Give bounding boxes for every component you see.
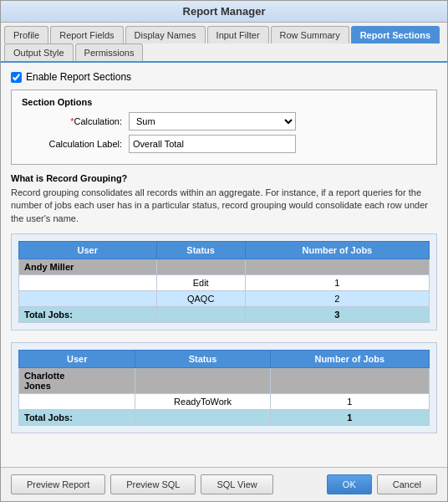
main-content: Enable Report Sections Section Options *… — [1, 63, 447, 467]
cell-jobs: 1 — [270, 394, 429, 410]
cell-status: Edit — [156, 275, 245, 291]
cell-total-label: Total Jobs: — [19, 307, 157, 323]
cell-jobs: 1 — [245, 275, 429, 291]
table-row: ReadyToWork 1 — [19, 394, 430, 410]
table2-container: User Status Number of Jobs CharlotteJone… — [11, 342, 437, 433]
cell-jobs — [245, 259, 429, 275]
table-row: Andy Miller — [19, 259, 430, 275]
footer-right-buttons: OK Cancel — [327, 474, 437, 494]
cell-status: QAQC — [156, 291, 245, 307]
title-bar: Report Manager — [1, 1, 447, 23]
tab-row-summary[interactable]: Row Summary — [271, 26, 349, 44]
calc-label-row: Calculation Label: — [22, 135, 426, 153]
cell-user — [19, 394, 135, 410]
cell-total-jobs: 1 — [270, 410, 429, 426]
footer: Preview Report Preview SQL SQL View OK C… — [1, 467, 447, 501]
footer-left-buttons: Preview Report Preview SQL SQL View — [11, 474, 273, 494]
cell-user: CharlotteJones — [19, 368, 135, 394]
cell-status — [135, 368, 270, 394]
table1-header-user: User — [19, 242, 157, 259]
cell-total-status — [135, 410, 270, 426]
cell-jobs: 2 — [245, 291, 429, 307]
tab-output-style[interactable]: Output Style — [4, 44, 74, 61]
table1-header-status: Status — [156, 242, 245, 259]
table2-header-status: Status — [135, 351, 270, 368]
tab-input-filter[interactable]: Input Filter — [207, 26, 269, 44]
table-row: CharlotteJones — [19, 368, 430, 394]
tab-display-names[interactable]: Display Names — [125, 26, 206, 44]
example-table-1: User Status Number of Jobs Andy Miller E… — [18, 241, 430, 323]
table-row-total: Total Jobs: 1 — [19, 410, 430, 426]
enable-sections-checkbox[interactable] — [11, 72, 22, 83]
preview-sql-button[interactable]: Preview SQL — [110, 474, 196, 494]
cell-user: Andy Miller — [19, 259, 157, 275]
calc-label-input[interactable] — [129, 135, 296, 153]
record-grouping-heading: What is Record Grouping? — [11, 173, 437, 183]
cell-jobs — [270, 368, 429, 394]
cell-total-jobs: 3 — [245, 307, 429, 323]
enable-sections-label: Enable Report Sections — [26, 71, 131, 83]
cell-status: ReadyToWork — [135, 394, 270, 410]
section-options-title: Section Options — [22, 97, 426, 107]
example-table-2: User Status Number of Jobs CharlotteJone… — [18, 350, 430, 426]
enable-sections-row: Enable Report Sections — [11, 71, 437, 83]
preview-report-button[interactable]: Preview Report — [11, 474, 105, 494]
cell-status — [156, 259, 245, 275]
calculation-row: *Calculation: Sum Count Average Min Max — [22, 112, 426, 131]
main-window: Report Manager Profile Report Fields Dis… — [0, 0, 448, 502]
cell-total-label: Total Jobs: — [19, 410, 135, 426]
tabs-bar: Profile Report Fields Display Names Inpu… — [1, 23, 447, 63]
tab-profile[interactable]: Profile — [4, 26, 48, 44]
table2-header-user: User — [19, 351, 135, 368]
cell-total-status — [156, 307, 245, 323]
table2-header-jobs: Number of Jobs — [270, 351, 429, 368]
cell-user — [19, 291, 157, 307]
tab-report-sections[interactable]: Report Sections — [351, 26, 440, 44]
table-row-total: Total Jobs: 3 — [19, 307, 430, 323]
cell-user — [19, 275, 157, 291]
record-grouping-description: Record grouping consolidates all records… — [11, 187, 437, 225]
tab-report-fields[interactable]: Report Fields — [50, 26, 123, 44]
table1-container: User Status Number of Jobs Andy Miller E… — [11, 233, 437, 330]
section-options-box: Section Options *Calculation: Sum Count … — [11, 90, 437, 165]
calculation-label: *Calculation: — [22, 116, 122, 126]
window-title: Report Manager — [183, 5, 266, 18]
sql-view-button[interactable]: SQL View — [201, 474, 272, 494]
calculation-select[interactable]: Sum Count Average Min Max — [129, 112, 296, 131]
table-row: Edit 1 — [19, 275, 430, 291]
tab-permissions[interactable]: Permissions — [75, 44, 144, 61]
calc-label-label: Calculation Label: — [22, 139, 122, 149]
cancel-button[interactable]: Cancel — [377, 474, 437, 494]
ok-button[interactable]: OK — [327, 474, 372, 494]
table-row: QAQC 2 — [19, 291, 430, 307]
table1-header-jobs: Number of Jobs — [245, 242, 429, 259]
